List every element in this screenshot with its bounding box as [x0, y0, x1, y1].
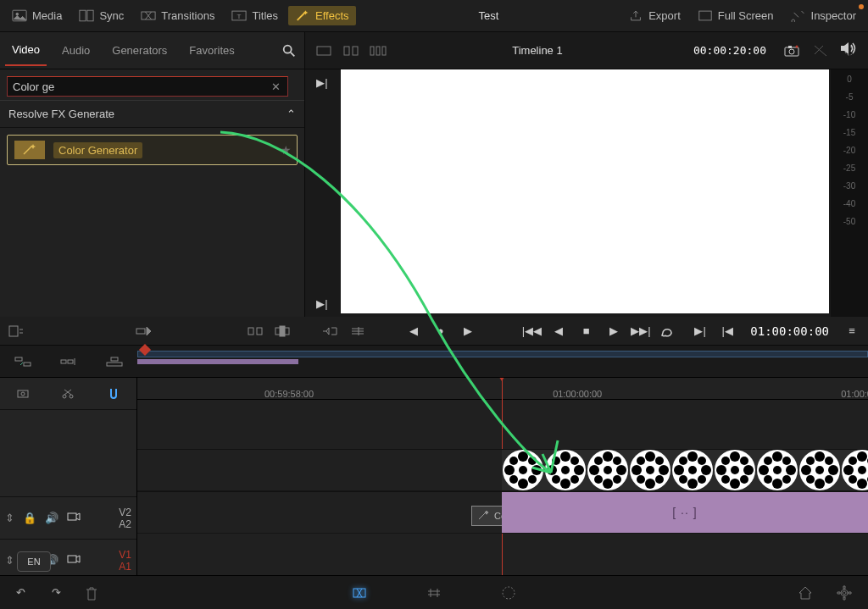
page-edit-icon[interactable]: [422, 583, 446, 603]
minimap-range[interactable]: [137, 351, 868, 357]
video-icon[interactable]: [67, 512, 81, 524]
go-end-icon[interactable]: ▶▶|: [630, 321, 652, 341]
track-header-v2a2[interactable]: ⇕ 🔒 🔊 V2 A2: [0, 496, 136, 539]
fullscreen-button[interactable]: Full Screen: [691, 6, 781, 25]
svg-point-34: [63, 395, 66, 398]
video-clip[interactable]: [502, 450, 868, 490]
page-fusion-icon[interactable]: [497, 583, 520, 603]
append-icon[interactable]: [57, 352, 81, 372]
snap-tool-icon[interactable]: [102, 384, 125, 404]
svg-rect-27: [24, 363, 31, 366]
audio-clip[interactable]: [ ·· ]: [502, 492, 868, 533]
transport-bar: ◀ ● ▶ |◀◀ ◀ ■ ▶ ▶▶| ▶| |◀ 01:00:00:00 ≡: [0, 317, 868, 346]
razor-tool-icon[interactable]: [56, 384, 80, 404]
lock-icon[interactable]: 🔒: [23, 512, 36, 524]
viewer-canvas[interactable]: [341, 69, 829, 313]
next-edit-icon[interactable]: ▶: [457, 321, 479, 341]
track-v2[interactable]: Color Generator: [137, 449, 868, 491]
tab-favorites[interactable]: Favorites: [182, 36, 241, 65]
ruler-tick: 01:00:00:00: [553, 389, 602, 399]
stop-icon[interactable]: ■: [576, 321, 598, 341]
clear-search-icon[interactable]: ✕: [271, 80, 281, 93]
svg-rect-11: [353, 47, 358, 55]
view-mode-3[interactable]: [368, 42, 388, 59]
svg-point-119: [858, 466, 866, 474]
svg-point-42: [504, 465, 515, 475]
expand-icon[interactable]: ⇕: [5, 554, 14, 567]
effect-thumbnail: [14, 141, 45, 159]
next-clip-icon[interactable]: ▶|: [316, 297, 327, 310]
video-icon[interactable]: [67, 554, 81, 567]
tab-video[interactable]: Video: [5, 35, 47, 66]
close-up-icon[interactable]: [347, 321, 369, 341]
trash-icon[interactable]: [80, 583, 103, 603]
redo-icon[interactable]: ↷: [44, 583, 68, 603]
svg-point-95: [740, 457, 748, 465]
track-v1[interactable]: [ ·· ]: [137, 491, 868, 534]
timeline-menu-icon[interactable]: ≡: [841, 321, 863, 341]
favorite-star-icon[interactable]: ★: [281, 143, 292, 157]
prev-clip-icon[interactable]: ▶|: [316, 76, 327, 89]
svg-rect-14: [382, 47, 386, 55]
svg-point-73: [659, 465, 669, 475]
page-cut-icon[interactable]: [348, 583, 371, 603]
speaker-icon[interactable]: [839, 41, 856, 58]
expand-icon[interactable]: ⇕: [5, 512, 14, 524]
chevron-up-icon: ⌃: [287, 108, 296, 120]
undo-icon[interactable]: ↶: [8, 583, 32, 603]
svg-rect-22: [248, 328, 253, 335]
svg-rect-7: [699, 11, 711, 20]
play-icon[interactable]: ▶: [603, 321, 625, 341]
titles-tab[interactable]: T Titles: [225, 6, 285, 25]
timeline-minimap[interactable]: [0, 346, 868, 378]
mute-icon[interactable]: 🔊: [45, 512, 58, 524]
svg-point-114: [806, 457, 815, 465]
jog-icon[interactable]: ●: [430, 321, 452, 341]
effects-group-header[interactable]: Resolve FX Generate ⌃: [0, 100, 304, 128]
search-icon[interactable]: [279, 42, 299, 59]
snapshot-icon[interactable]: [782, 42, 802, 59]
tab-audio[interactable]: Audio: [55, 36, 97, 65]
source-overwrite-icon[interactable]: [132, 321, 154, 341]
svg-point-105: [782, 457, 791, 465]
mark-in-icon[interactable]: ▶|: [689, 321, 711, 341]
overwrite-icon[interactable]: [271, 321, 293, 341]
loop-icon[interactable]: [657, 321, 679, 341]
go-start-icon[interactable]: |◀◀: [520, 321, 542, 341]
media-tab[interactable]: Media: [5, 6, 69, 25]
mark-out-icon[interactable]: |◀: [716, 321, 738, 341]
effects-search-input[interactable]: [7, 76, 288, 97]
bypass-fx-icon[interactable]: [810, 42, 831, 59]
prev-edit-icon[interactable]: ◀: [403, 321, 425, 341]
effect-color-generator[interactable]: Color Generator ★: [7, 135, 298, 165]
timeline: ⇕ 🔒 🔊 V2 A2 ⇕ 🔒 🔊 V1 A1 00:59:58:00: [0, 378, 868, 581]
svg-point-1: [16, 13, 19, 15]
insert-icon[interactable]: [243, 321, 265, 341]
export-button[interactable]: Export: [621, 6, 687, 25]
svg-point-57: [570, 475, 579, 484]
svg-rect-28: [61, 360, 66, 363]
marker-tool-icon[interactable]: [11, 384, 35, 404]
inspector-button[interactable]: Inspector: [784, 6, 863, 25]
settings-icon[interactable]: [832, 583, 856, 603]
viewer-timecode[interactable]: 00:00:20:00: [687, 44, 773, 57]
transitions-tab[interactable]: Transitions: [134, 6, 221, 25]
edit-index-icon[interactable]: [5, 321, 27, 341]
step-back-icon[interactable]: ◀: [548, 321, 570, 341]
svg-point-96: [721, 475, 730, 484]
effects-group-label: Resolve FX Generate: [8, 108, 114, 120]
transport-timecode[interactable]: 01:00:00:00: [743, 324, 836, 338]
smart-insert-icon[interactable]: [11, 352, 35, 372]
tab-generators[interactable]: Generators: [105, 36, 174, 65]
svg-text:T: T: [237, 13, 242, 20]
view-mode-1[interactable]: [314, 42, 334, 59]
home-icon[interactable]: [793, 583, 817, 603]
view-mode-2[interactable]: [341, 42, 361, 59]
ripple-overwrite-icon[interactable]: [319, 321, 341, 341]
sync-tab[interactable]: Sync: [72, 6, 131, 25]
effects-tab[interactable]: Effects: [288, 6, 356, 25]
language-button[interactable]: EN: [17, 551, 51, 572]
svg-point-52: [547, 465, 557, 475]
audio-meter: 0 -5 -10 -15 -20 -25 -30 -40 -50: [831, 69, 868, 317]
place-on-top-icon[interactable]: [103, 352, 126, 372]
